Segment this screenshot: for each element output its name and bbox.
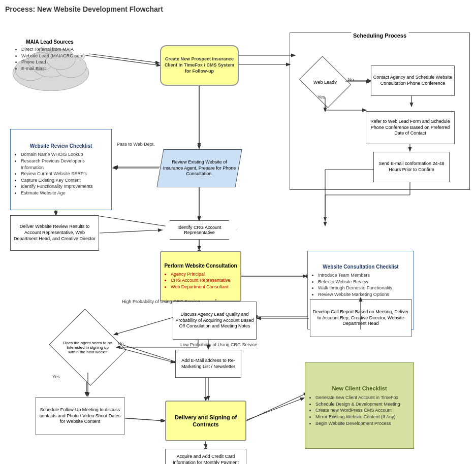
acquire-credit-box: Acquire and Add Credit Card Information … [165, 449, 246, 464]
svg-line-57 [125, 418, 164, 421]
pc-item-3: Web Department Consultant [171, 284, 238, 290]
add-email-text: Add E-Mail address to Re-Marketing List … [178, 358, 239, 370]
svg-line-44 [100, 230, 162, 233]
new-client-checklist-content: New Client Checklist Generate new Client… [308, 385, 410, 426]
review-existing-box: Review Existing Website of Insurance Age… [156, 149, 242, 187]
agent-interested-diamond-text: Does the agent seem to be Interested in … [58, 322, 117, 373]
svg-line-13 [114, 317, 175, 335]
cloud-item-4: E-mail Blast [21, 65, 85, 72]
svg-line-15 [122, 345, 178, 362]
ncc-item-3: Create new WordPress CMS Account [315, 407, 410, 414]
refer-web-lead-text: Refer to Web Lead Form and Schedule Phon… [366, 117, 454, 138]
page-container: Process: New Website Development Flowcha… [0, 0, 476, 464]
schedule-followup-box: Schedule Follow-Up Meeting to discuss co… [36, 397, 124, 435]
svg-line-31 [89, 54, 159, 63]
wcc-item-3: Walk through Demosite Functionality [318, 285, 410, 291]
pc-item-1: Agency Principal [171, 271, 238, 278]
create-prospect-text: Create New Prospect Insurance Client in … [161, 54, 238, 76]
website-review-checklist-title: Website Review Checklist [14, 143, 108, 149]
new-client-checklist-box: New Client Checklist Generate new Client… [305, 362, 414, 449]
web-lead-diamond-text: Web Lead? [305, 65, 345, 98]
svg-line-17 [130, 418, 165, 421]
wrc-item-3: Review Current Website SERP's [21, 171, 108, 177]
new-client-checklist-list: Generate new Client Account in TimeFox S… [308, 394, 410, 426]
add-email-box: Add E-Mail address to Re-Marketing List … [175, 350, 241, 378]
cloud-maia-lead-sources: MAIA Lead Sources Direct Referral from M… [10, 35, 89, 91]
svg-line-8 [94, 215, 178, 228]
svg-line-0 [85, 55, 160, 65]
wcc-item-1: Introduce Team Members [318, 272, 410, 279]
acquire-credit-text: Acquire and Add Credit Card Information … [168, 454, 244, 464]
cloud-content: MAIA Lead Sources Direct Referral from M… [14, 39, 85, 72]
svg-line-18 [246, 393, 307, 421]
agent-no-label: No [118, 341, 124, 346]
new-client-checklist-title: New Client Checklist [308, 385, 410, 392]
low-probability-label: Low Probability of Using CRG Service [180, 342, 258, 347]
agent-yes-label: Yes [52, 374, 60, 379]
send-email-box: Send E-mail conformation 24-48 Hours Pri… [373, 152, 450, 182]
web-lead-no-label: No [348, 77, 354, 82]
contact-agency-text: Contact Agency and Schedule Website Cons… [371, 73, 454, 88]
ncc-item-4: Mirror Existing Website Content (If Any) [315, 414, 410, 420]
discuss-agency-text: Discuss Agency Lead Quality and Probabil… [175, 312, 254, 329]
perform-consultation-list: Agency Principal CRG Account Representat… [164, 271, 238, 290]
schedule-followup-text: Schedule Follow-Up Meeting to discuss co… [38, 407, 122, 425]
deliver-results-box: Deliver Website Review Results to Accoun… [10, 215, 99, 251]
develop-call-report-box: Develop Call Report Based on Meeting, De… [310, 299, 411, 337]
identify-crg-text: Identify CRG Account Representative [163, 225, 236, 235]
website-review-checklist-content: Website Review Checklist Domain Name WHO… [14, 143, 108, 196]
wrc-item-2: Research Previous Developer's Informatio… [21, 158, 108, 171]
cloud-title: MAIA Lead Sources [14, 39, 85, 45]
website-review-checklist-list: Domain Name WHOIS Lookup Research Previo… [14, 151, 108, 196]
delivery-signing-box: Delivery and Signing of Contracts [165, 401, 246, 441]
discuss-agency-box: Discuss Agency Lead Quality and Probabil… [173, 302, 257, 340]
pass-to-web-label: Pass to Web Dept. [117, 142, 155, 147]
develop-call-report-text: Develop Call Report Based on Meeting, De… [312, 309, 409, 327]
cloud-list: Direct Referral from MAIA Website Lead (… [14, 46, 85, 72]
cloud-item-1: Direct Referral from MAIA [21, 46, 85, 53]
agent-interested-diamond: Does the agent seem to be Interested in … [58, 322, 117, 373]
flowchart: MAIA Lead Sources Direct Referral from M… [5, 17, 470, 464]
contact-agency-box: Contact Agency and Schedule Website Cons… [371, 65, 455, 96]
refer-web-lead-box: Refer to Web Lead Form and Schedule Phon… [366, 111, 455, 144]
scheduling-section-label: Scheduling Process [351, 32, 408, 39]
web-lead-diamond: Web Lead? [305, 65, 345, 98]
perform-consultation-content: Perform Website Consultation Agency Prin… [164, 262, 238, 290]
wrc-item-5: Identify Functionality Improvements [21, 183, 108, 190]
send-email-text: Send E-mail conformation 24-48 Hours Pri… [374, 159, 449, 174]
wcc-item-2: Refer to Website Review [318, 279, 410, 285]
ncc-item-1: Generate new Client Account in TimeFox [315, 394, 410, 401]
review-existing-text: Review Existing Website of Insurance Age… [161, 158, 238, 178]
wrc-item-1: Domain Name WHOIS Lookup [21, 151, 108, 158]
wrc-item-6: Estimate Website Age [21, 190, 108, 196]
create-prospect-box: Create New Prospect Insurance Client in … [160, 45, 239, 86]
perform-consultation-box: Perform Website Consultation Agency Prin… [160, 251, 241, 302]
website-consultation-checklist-title: Website Consultation Checklist [311, 263, 410, 270]
website-review-checklist-box: Website Review Checklist Domain Name WHO… [10, 129, 112, 210]
perform-consultation-title: Perform Website Consultation [164, 262, 238, 269]
cloud-item-3: Phone Lead [21, 59, 85, 65]
svg-line-58 [247, 398, 304, 420]
identify-crg-box: Identify CRG Account Representative [163, 220, 236, 240]
wrc-item-4: Capture Existing Key Content [21, 177, 108, 184]
wcc-item-4: Review Website Marketing Options [318, 291, 410, 298]
pc-item-2: CRG Account Representative [171, 277, 238, 284]
ncc-item-5: Begin Website Development Process [315, 420, 410, 427]
delivery-signing-text: Delivery and Signing of Contracts [168, 414, 243, 428]
ncc-item-2: Schedule Design & Development Meeting [315, 401, 410, 408]
deliver-results-text: Deliver Website Review Results to Accoun… [13, 224, 97, 242]
page-title: Process: New Website Development Flowcha… [5, 5, 471, 13]
cloud-item-2: Website Lead (MAIACRG.com) [21, 53, 85, 59]
